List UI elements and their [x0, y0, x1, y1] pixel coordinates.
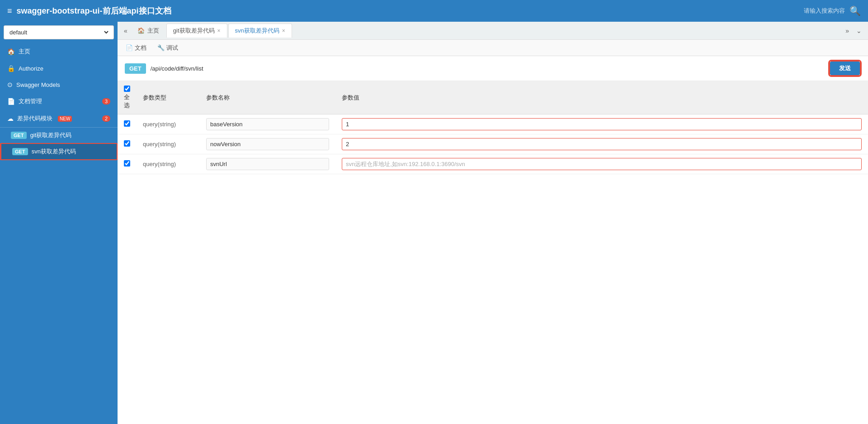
sidebar-item-authorize[interactable]: 🔒 Authorize: [0, 60, 118, 76]
col-value-header: 参数值: [335, 81, 868, 114]
row-value-cell-2: [335, 154, 868, 174]
row-checkbox-0[interactable]: [124, 120, 130, 127]
home-tab-label: 主页: [147, 27, 159, 35]
sidebar-api-git-diff[interactable]: GET git获取差异代码: [0, 128, 118, 143]
diff-module-badge: 2: [102, 115, 110, 122]
tab-bar-right: » ⌄: [843, 25, 864, 36]
sidebar-nav: 🏠 主页 🔒 Authorize ⊙ Swagger Models 📄 文档管理…: [0, 43, 118, 424]
sidebar-api-git-label: git获取差异代码: [30, 131, 72, 139]
row-value-input-2[interactable]: [342, 158, 862, 170]
header-left: ≡ swagger-bootstrap-ui-前后端api接口文档: [7, 5, 171, 16]
sidebar-item-label-doc-mgmt: 文档管理: [19, 97, 42, 105]
doc-nav-label: 文档: [135, 44, 146, 52]
send-button[interactable]: 发送: [830, 62, 860, 75]
doc-icon: 📄: [7, 98, 15, 105]
endpoint-bar: GET /api/code/diff/svn/list 发送: [118, 56, 868, 81]
doc-nav-icon: 📄: [126, 44, 133, 51]
endpoint-method-badge: GET: [125, 63, 146, 74]
row-type-0: query(string): [137, 114, 200, 134]
sidebar-dropdown[interactable]: default: [4, 25, 114, 39]
row-checkbox-cell-0: [118, 114, 137, 134]
search-placeholder: 请输入搜索内容: [804, 7, 845, 15]
row-checkbox-cell-2: [118, 154, 137, 174]
endpoint-url: /api/code/diff/svn/list: [151, 65, 825, 72]
params-table: 全选 参数类型 参数名称 参数值 query(string)query(stri…: [118, 81, 868, 174]
tab-svn-close[interactable]: ×: [282, 28, 285, 34]
tab-home[interactable]: 🏠 主页: [131, 24, 165, 38]
row-name-input-1[interactable]: [206, 138, 329, 150]
sidebar: default 🏠 主页 🔒 Authorize ⊙ Swagger Model…: [0, 22, 118, 424]
tab-git-close[interactable]: ×: [217, 28, 221, 34]
row-value-cell-1: [335, 134, 868, 154]
diff-module-new-badge: NEW: [58, 116, 72, 122]
sidebar-api-section: GET git获取差异代码 GET svn获取差异代码: [0, 127, 118, 160]
row-name-cell-1: [200, 134, 335, 154]
home-icon: 🏠: [7, 48, 15, 55]
top-header: ≡ swagger-bootstrap-ui-前后端api接口文档 请输入搜索内…: [0, 0, 868, 22]
row-checkbox-1[interactable]: [124, 140, 130, 147]
table-header-row: 全选 参数类型 参数名称 参数值: [118, 81, 868, 114]
doc-mgmt-badge: 3: [102, 98, 110, 105]
menu-icon: ≡: [7, 6, 12, 16]
sidebar-item-home[interactable]: 🏠 主页: [0, 43, 118, 60]
circle-icon: ⊙: [7, 81, 13, 88]
row-type-1: query(string): [137, 134, 200, 154]
select-all-checkbox[interactable]: [124, 86, 130, 92]
row-value-input-0[interactable]: [342, 118, 862, 130]
sub-nav-doc[interactable]: 📄 文档: [121, 42, 151, 54]
tab-nav-expand[interactable]: ⌄: [854, 25, 864, 36]
header-right: 请输入搜索内容 🔍: [804, 5, 861, 16]
svn-method-badge: GET: [12, 148, 28, 155]
sidebar-api-svn-diff[interactable]: GET svn获取差异代码: [0, 143, 118, 160]
main-content: « 🏠 主页 git获取差异代码 × svn获取差异代码 × » ⌄ 📄: [118, 22, 868, 424]
table-row: query(string): [118, 114, 868, 134]
main-layout: default 🏠 主页 🔒 Authorize ⊙ Swagger Model…: [0, 22, 868, 424]
row-name-input-2[interactable]: [206, 158, 329, 170]
tab-git-diff[interactable]: git获取差异代码 ×: [166, 24, 227, 38]
sub-nav-debug[interactable]: 🔧 调试: [153, 42, 183, 54]
sidebar-select[interactable]: default: [8, 29, 110, 36]
app-title: swagger-bootstrap-ui-前后端api接口文档: [17, 5, 171, 16]
tab-nav-next[interactable]: »: [843, 25, 852, 36]
lock-icon: 🔒: [7, 65, 15, 72]
row-value-cell-0: [335, 114, 868, 134]
tab-git-label: git获取差异代码: [173, 27, 215, 35]
col-type-header: 参数类型: [137, 81, 200, 114]
sidebar-api-svn-label: svn获取差异代码: [32, 148, 76, 156]
api-panel: GET /api/code/diff/svn/list 发送 全选 参数类型 参…: [118, 56, 868, 424]
row-value-input-1[interactable]: [342, 138, 862, 150]
col-select-label: 全选: [124, 94, 130, 109]
search-button[interactable]: 🔍: [849, 5, 861, 16]
sidebar-item-doc-mgmt[interactable]: 📄 文档管理 3: [0, 93, 118, 110]
tab-svn-label: svn获取差异代码: [235, 27, 279, 35]
row-type-2: query(string): [137, 154, 200, 174]
table-row: query(string): [118, 154, 868, 174]
row-checkbox-cell-1: [118, 134, 137, 154]
home-tab-icon: 🏠: [137, 27, 145, 34]
sub-nav-bar: 📄 文档 🔧 调试: [118, 40, 868, 56]
sidebar-item-label-diff-module: 差异代码模块: [17, 114, 52, 123]
tab-svn-diff[interactable]: svn获取差异代码 ×: [228, 24, 292, 38]
git-method-badge: GET: [11, 132, 27, 139]
sidebar-item-label-swagger-models: Swagger Models: [16, 81, 60, 88]
row-name-cell-2: [200, 154, 335, 174]
send-btn-wrapper: 发送: [829, 61, 861, 76]
debug-nav-label: 调试: [166, 44, 178, 52]
row-name-input-0[interactable]: [206, 118, 329, 130]
sidebar-item-swagger-models[interactable]: ⊙ Swagger Models: [0, 76, 118, 93]
row-name-cell-0: [200, 114, 335, 134]
sidebar-item-label-authorize: Authorize: [19, 65, 43, 72]
row-checkbox-2[interactable]: [124, 160, 130, 167]
col-name-header: 参数名称: [200, 81, 335, 114]
cloud-icon: ☁: [7, 115, 14, 122]
col-select: 全选: [118, 81, 137, 114]
sidebar-item-diff-module[interactable]: ☁ 差异代码模块 NEW 2: [0, 110, 118, 127]
sidebar-item-label-home: 主页: [19, 48, 30, 56]
table-row: query(string): [118, 134, 868, 154]
tab-bar: « 🏠 主页 git获取差异代码 × svn获取差异代码 × » ⌄: [118, 22, 868, 40]
tab-nav-prev[interactable]: «: [121, 25, 130, 36]
debug-nav-icon: 🔧: [157, 44, 165, 51]
